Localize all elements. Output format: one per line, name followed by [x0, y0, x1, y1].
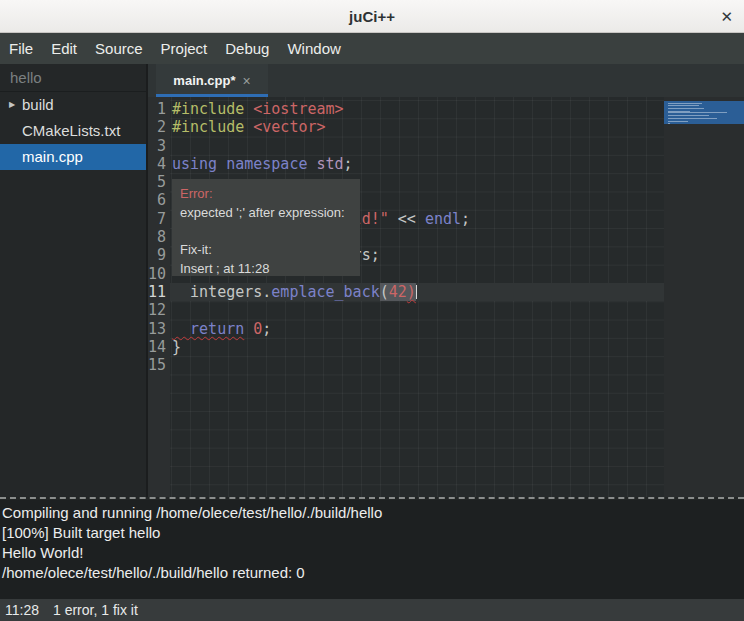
app-window: juCi++ ✕ FileEditSourceProjectDebugWindo… — [0, 0, 744, 621]
window-title: juCi++ — [349, 8, 395, 25]
code-token: return — [172, 320, 244, 338]
menu-item-source[interactable]: Source — [93, 36, 145, 61]
tab-main-cpp[interactable]: main.cpp* × — [156, 64, 268, 97]
expander-icon[interactable]: ▶ — [9, 92, 15, 118]
window-close-icon[interactable]: ✕ — [720, 9, 733, 24]
line-number: 12 — [148, 301, 170, 319]
line-number: 4 — [148, 155, 170, 173]
minimap-code-line — [668, 105, 699, 106]
minimap-visible-region[interactable] — [664, 101, 744, 124]
code-token: #include — [172, 118, 244, 136]
minimap-code-line — [668, 112, 727, 113]
tree-item-main-cpp[interactable]: main.cpp — [0, 144, 146, 170]
terminal-line: Hello World! — [2, 543, 744, 563]
terminal-line: /home/olece/test/hello/./build/hello ret… — [2, 563, 744, 583]
code-token — [244, 100, 253, 118]
code-token — [244, 118, 253, 136]
code-token: ; — [461, 210, 470, 228]
menu-item-window[interactable]: Window — [285, 36, 342, 61]
terminal-line: [100%] Built target hello — [2, 523, 744, 543]
main-split: hello ▶buildCMakeLists.txtmain.cpp main.… — [0, 64, 744, 497]
code-token: << — [389, 210, 425, 228]
line-number: 13 — [148, 320, 170, 338]
code-line — [172, 356, 664, 374]
line-number: 5 — [148, 173, 170, 191]
text-cursor — [416, 285, 418, 299]
tabbar: main.cpp* × — [148, 64, 744, 97]
code-token: std — [317, 155, 344, 173]
tooltip-error-message: expected ';' after expression: — [180, 203, 352, 222]
code-token: 0 — [253, 320, 262, 338]
tab-close-icon[interactable]: × — [242, 74, 250, 88]
line-number: 2 — [148, 118, 170, 136]
tooltip-error-label: Error: — [180, 184, 352, 203]
minimap-code-line — [668, 115, 709, 116]
minimap-code-line — [668, 121, 688, 122]
code-token: ( — [380, 283, 389, 301]
code-area[interactable]: #include <iostream>#include <vector>usin… — [170, 97, 664, 497]
code-line: integers.emplace_back(42) — [170, 283, 664, 301]
tree-item-label: build — [22, 96, 54, 113]
minimap-code-line — [668, 123, 670, 124]
titlebar: juCi++ ✕ — [0, 0, 744, 33]
code-line — [172, 137, 664, 155]
line-number: 10 — [148, 265, 170, 283]
tree-item-build[interactable]: ▶build — [0, 92, 146, 118]
code-token — [244, 320, 253, 338]
code-token: #include — [172, 100, 244, 118]
terminal-output[interactable]: Compiling and running /home/olece/test/h… — [0, 500, 744, 599]
project-sidebar: hello ▶buildCMakeLists.txtmain.cpp — [0, 64, 146, 497]
line-number: 1 — [148, 100, 170, 118]
code-line: } — [172, 338, 664, 356]
line-number: 6 — [148, 191, 170, 209]
code-line: #include <vector> — [172, 118, 664, 136]
code-line — [172, 301, 664, 319]
terminal-line: Compiling and running /home/olece/test/h… — [2, 503, 744, 523]
status-cursor-position: 11:28 — [5, 602, 39, 618]
tooltip-spacer — [180, 222, 352, 240]
minimap[interactable] — [664, 97, 744, 497]
code-token: emplace_back — [271, 283, 379, 301]
diagnostic-tooltip: Error: expected ';' after expression: Fi… — [172, 179, 360, 276]
minimap-code-line — [668, 108, 704, 109]
menu-item-edit[interactable]: Edit — [49, 36, 79, 61]
code-token: 42 — [389, 283, 407, 301]
code-token: ; — [344, 155, 353, 173]
line-number: 3 — [148, 137, 170, 155]
line-number: 9 — [148, 246, 170, 264]
code-token: endl — [425, 210, 461, 228]
line-number: 11 — [148, 283, 170, 301]
menu-item-debug[interactable]: Debug — [223, 36, 271, 61]
tree-item-cmakelists-txt[interactable]: CMakeLists.txt — [0, 118, 146, 144]
project-name-header: hello — [0, 64, 146, 92]
code-token: <iostream> — [253, 100, 343, 118]
minimap-code-line — [668, 118, 717, 119]
code-token: <vector> — [253, 118, 325, 136]
file-tree: ▶buildCMakeLists.txtmain.cpp — [0, 92, 146, 170]
code-token: integers. — [172, 283, 271, 301]
tooltip-fixit-label: Fix-it: — [180, 240, 352, 259]
menu-item-file[interactable]: File — [7, 36, 35, 61]
editor-pane: main.cpp* × 123456789101112131415 #inclu… — [148, 64, 744, 497]
code-line: using namespace std; — [172, 155, 664, 173]
line-number-gutter: 123456789101112131415 — [148, 97, 170, 497]
code-line: return 0; — [172, 320, 664, 338]
line-number: 15 — [148, 356, 170, 374]
code-token: using — [172, 155, 217, 173]
tree-item-label: CMakeLists.txt — [22, 122, 120, 139]
code-token: ; — [262, 320, 271, 338]
line-number: 8 — [148, 228, 170, 246]
tree-item-label: main.cpp — [22, 148, 83, 165]
line-number: 7 — [148, 210, 170, 228]
tooltip-fixit-message: Insert ; at 11:28 — [180, 259, 352, 278]
code-token — [307, 155, 316, 173]
code-token: namespace — [226, 155, 307, 173]
code-token: ) — [407, 283, 416, 301]
tab-label: main.cpp* — [173, 73, 235, 88]
menu-item-project[interactable]: Project — [159, 36, 210, 61]
code-token: } — [172, 338, 181, 356]
statusbar: 11:28 1 error, 1 fix it — [0, 599, 744, 621]
status-diagnostics: 1 error, 1 fix it — [53, 602, 138, 618]
code-line: #include <iostream> — [172, 100, 664, 118]
menubar: FileEditSourceProjectDebugWindow — [0, 33, 744, 64]
